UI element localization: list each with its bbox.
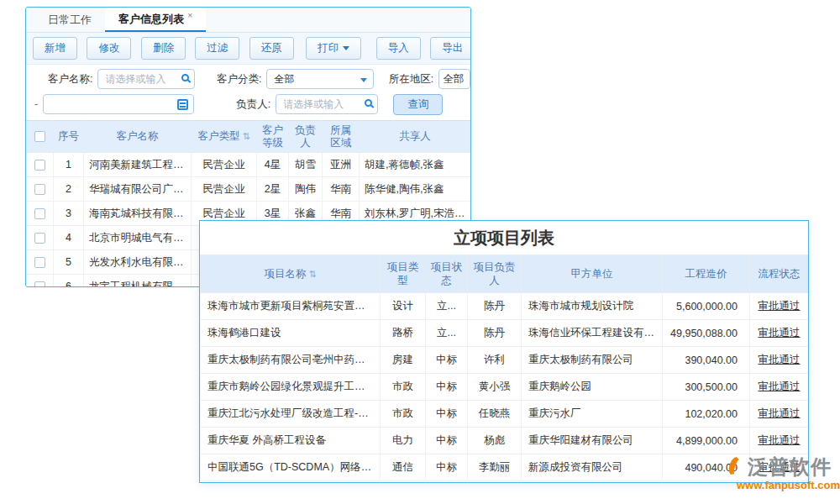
cell-project-status: 立... — [426, 320, 468, 347]
restore-button[interactable]: 还原 — [249, 37, 294, 60]
row-checkbox[interactable] — [34, 184, 45, 195]
flow-status-link[interactable]: 审批通过 — [750, 374, 809, 401]
project-owner-link[interactable]: 黄小强 — [468, 374, 522, 401]
date-input[interactable] — [43, 94, 194, 114]
project-name-link[interactable]: 重庆江北污水处理厂级改造工程-道路... — [201, 401, 381, 428]
cell-cost: 390,040.00 — [663, 347, 750, 374]
delete-button[interactable]: 删除 — [141, 37, 186, 60]
col-header-cost: 工程造价 — [663, 255, 750, 293]
tab-daily-work[interactable]: 日常工作 — [34, 8, 105, 32]
owner-link[interactable]: 陶伟 — [289, 177, 323, 202]
cell-cost: 5,600,000.00 — [663, 293, 750, 320]
flow-status-link[interactable]: 审批通过 — [750, 293, 809, 320]
table-row[interactable]: 重庆华夏 外高桥工程设备 电力 中标 杨彪 重庆华阳建材有限公司 4,899,0… — [201, 428, 809, 454]
table-row[interactable]: 重庆市鹅岭公园绿化景观提升工程施工 市政 中标 黄小强 重庆鹅岭公园 300,5… — [201, 374, 809, 401]
cell-no: 4 — [54, 226, 84, 250]
calendar-icon[interactable] — [177, 99, 188, 110]
col-header-client: 甲方单位 — [522, 255, 663, 293]
row-checkbox[interactable] — [34, 233, 45, 244]
flow-status-link[interactable]: 审批通过 — [750, 347, 809, 374]
print-button[interactable]: 打印 — [306, 37, 361, 60]
add-button[interactable]: 新增 — [33, 37, 77, 60]
table-row[interactable]: 2 华瑞城有限公司广告设计部 民营企业 2星 陶伟 华南 陈华健,陶伟,张鑫 — [27, 177, 471, 202]
select-value: 全部 — [443, 72, 464, 87]
search-icon[interactable] — [181, 74, 189, 81]
customer-category-label: 客户分类: — [217, 72, 261, 87]
owner-input[interactable]: 请选择或输入 — [276, 94, 378, 114]
import-button[interactable]: 导入 — [376, 37, 421, 60]
tab-customer-info-list[interactable]: 客户信息列表 × — [105, 8, 206, 32]
flow-status-link[interactable]: 审批通过 — [750, 401, 809, 428]
placeholder-text: 请选择或输入 — [105, 72, 165, 87]
col-header-project-name[interactable]: 项目名称⇅ — [201, 255, 381, 293]
close-icon[interactable]: × — [187, 10, 192, 20]
project-owner-link[interactable]: 任晓燕 — [468, 401, 522, 428]
project-table: 项目名称⇅ 项目类型 项目状态 项目负责人 甲方单位 工程造价 流程状态 珠海市… — [200, 255, 809, 481]
table-row[interactable]: 重庆太极制药有限公司亳州中药材仓... 房建 中标 许利 重庆太极制药有限公司 … — [201, 347, 809, 374]
cell-type: 民营企业 — [192, 177, 257, 202]
customer-category-select[interactable]: 全部 — [266, 69, 373, 89]
sort-icon[interactable]: ⇅ — [242, 131, 249, 141]
project-name-link[interactable]: 重庆华夏 外高桥工程设备 — [201, 428, 381, 454]
region-select[interactable]: 全部 — [438, 69, 470, 89]
project-owner-link[interactable]: 陈丹 — [468, 320, 522, 347]
project-name-link[interactable]: 重庆市鹅岭公园绿化景观提升工程施工 — [201, 374, 381, 401]
export-button[interactable]: 导出 — [430, 37, 471, 60]
project-owner-link[interactable]: 许利 — [468, 347, 522, 374]
filter-button[interactable]: 过滤 — [195, 37, 239, 60]
cell-type: 民营企业 — [192, 153, 257, 177]
flow-status-link[interactable]: 审批通过 — [750, 320, 809, 347]
customer-name-input[interactable]: 请选择或输入 — [97, 69, 195, 89]
cell-grade: 4星 — [257, 153, 289, 177]
project-name-link[interactable]: 珠海市城市更新项目紫桐苑安置点设... — [201, 293, 381, 320]
row-checkbox[interactable] — [34, 208, 45, 219]
row-checkbox[interactable] — [34, 281, 45, 287]
customer-name-link[interactable]: 河南美新建筑工程公司 — [84, 153, 192, 177]
table-row[interactable]: 珠海市城市更新项目紫桐苑安置点设... 设计 立... 陈丹 珠海市城市规划设计… — [201, 293, 809, 320]
customer-name-link[interactable]: 龙宇工程机械有限公司 — [84, 275, 192, 288]
project-owner-link[interactable]: 李勤丽 — [468, 454, 522, 481]
sort-icon[interactable]: ⇅ — [308, 269, 316, 279]
cell-no: 2 — [54, 177, 84, 202]
chevron-down-icon — [360, 78, 367, 82]
project-owner-link[interactable]: 杨彪 — [468, 428, 522, 454]
cell-client: 珠海市城市规划设计院 — [522, 293, 663, 320]
col-header-project-type: 项目类型 — [381, 255, 426, 293]
table-row[interactable]: 1 河南美新建筑工程公司 民营企业 4星 胡雪 亚洲 胡建,蒋德帧,张鑫 — [27, 153, 471, 177]
table-row[interactable]: 珠海鹤港口建设 路桥 立... 陈丹 珠海信业环保工程建设有限... 49,95… — [201, 320, 809, 347]
col-header-customer-type[interactable]: 客户类型⇅ — [192, 121, 257, 153]
row-checkbox[interactable] — [34, 257, 45, 268]
table-row[interactable]: 中国联通5G（TD-SCDMA）网络三期... 通信 中标 李勤丽 新源成投资有… — [201, 454, 809, 481]
cell-no: 5 — [54, 250, 84, 275]
cell-client: 珠海信业环保工程建设有限... — [522, 320, 663, 347]
table-row[interactable]: 重庆江北污水处理厂级改造工程-道路... 市政 中标 任晓燕 重庆污水厂 102… — [201, 401, 809, 428]
col-header-share: 共享人 — [360, 121, 471, 153]
col-header-customer-name: 客户名称 — [84, 121, 192, 153]
cell-project-status: 立... — [426, 293, 468, 320]
project-name-link[interactable]: 重庆太极制药有限公司亳州中药材仓... — [201, 347, 381, 374]
customer-name-link[interactable]: 光发水利水电有限公司 — [84, 250, 192, 275]
query-button[interactable]: 查询 — [393, 94, 443, 115]
search-icon[interactable] — [365, 99, 372, 107]
project-name-link[interactable]: 珠海鹤港口建设 — [201, 320, 381, 347]
customer-name-link[interactable]: 华瑞城有限公司广告设计部 — [84, 177, 192, 202]
project-list-window: 立项项目列表 项目名称⇅ 项目类型 项目状态 项目负责人 甲方单位 工程造价 流… — [199, 220, 809, 483]
customer-name-link[interactable]: 海南芄城科技有限公司 — [84, 202, 192, 226]
cell-project-type: 设计 — [381, 293, 426, 320]
cell-project-type: 市政 — [381, 401, 426, 428]
project-name-link[interactable]: 中国联通5G（TD-SCDMA）网络三期... — [201, 454, 381, 481]
cell-client: 重庆污水厂 — [522, 401, 663, 428]
owner-link[interactable]: 胡雪 — [289, 153, 323, 177]
watermark-url: www.fanpusoft.com — [729, 479, 840, 491]
fanpu-logo-icon — [726, 454, 748, 480]
select-all-checkbox[interactable] — [34, 131, 45, 142]
cell-no: 6 — [54, 275, 84, 288]
cell-project-type: 市政 — [381, 374, 426, 401]
cell-project-type: 电力 — [381, 428, 426, 454]
cell-region: 华南 — [323, 177, 360, 202]
flow-status-link[interactable]: 审批通过 — [750, 428, 809, 454]
customer-name-link[interactable]: 北京市明城电气有限公司 — [84, 226, 192, 250]
edit-button[interactable]: 修改 — [87, 37, 131, 60]
row-checkbox[interactable] — [34, 160, 45, 171]
project-owner-link[interactable]: 陈丹 — [468, 293, 522, 320]
